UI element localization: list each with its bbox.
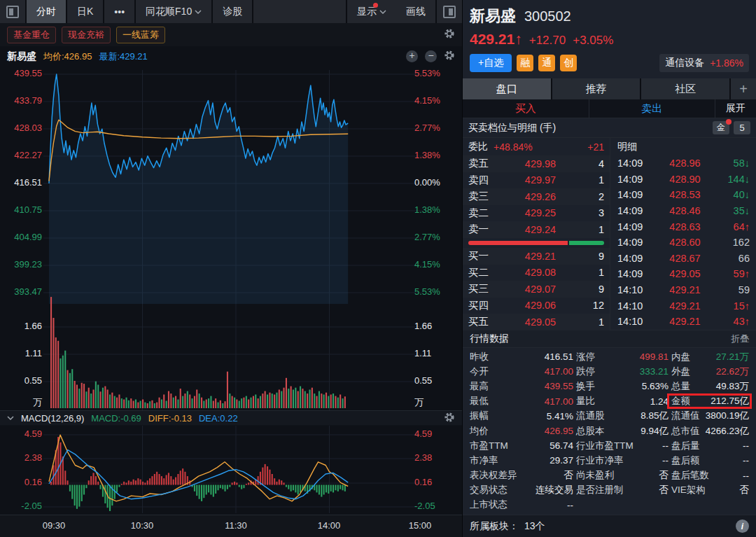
tick-time: 14:09 — [617, 205, 654, 216]
sector-chip[interactable]: 通信设备 +1.86% — [659, 54, 749, 72]
tick-price: 429.21 — [654, 300, 716, 312]
tick-volume: 64↑ — [716, 221, 750, 232]
quote-cell: 流通值3800.19亿 — [670, 410, 750, 422]
expand-button[interactable]: 展开 — [715, 99, 756, 118]
volume-axis-tick: 万 — [414, 396, 459, 409]
quote-cell: 最低417.00 — [468, 395, 575, 407]
volume-axis-tick: 1.66 — [0, 321, 42, 331]
order-book-row[interactable]: 卖四429.971 — [463, 172, 610, 189]
sell-tab[interactable]: 卖出 — [589, 99, 716, 118]
tab-2[interactable]: 社区 — [641, 78, 729, 99]
level-volume: 9 — [580, 284, 604, 295]
five-level-badge[interactable]: 5 — [734, 121, 750, 134]
order-book-row[interactable]: 买四429.0612 — [463, 298, 610, 314]
quote-row: 上市状态-- — [468, 498, 750, 512]
quote-label: 盘后额 — [671, 454, 700, 467]
quote-row: 最低417.00量比1.24金额212.75亿 — [468, 394, 750, 409]
tick-time: 14:09 — [617, 268, 654, 279]
tick-volume: 15↑ — [716, 300, 750, 312]
quote-value: -- — [743, 470, 749, 481]
quote-cell: 外盘22.62万 — [670, 365, 750, 378]
price-volume-macd-chart[interactable] — [0, 0, 462, 537]
quote-label: 市净率 — [470, 454, 498, 467]
stock-header: 新易盛 300502 429.21↑ +12.70 +3.05% +自选 融通创… — [463, 0, 756, 78]
quote-label: 总市值 — [671, 425, 700, 438]
quote-cell: 行业市净率-- — [575, 454, 670, 467]
stock-badge[interactable]: 通 — [538, 55, 555, 71]
dea-value: DEA:0.22 — [199, 413, 238, 424]
percent-axis-tick: 5.53% — [414, 286, 459, 297]
sell-levels: 卖五429.984卖四429.971卖三429.262卖二429.253卖一42… — [463, 155, 610, 238]
quote-cell: 最高439.55 — [468, 380, 575, 393]
tick-price: 428.67 — [654, 253, 716, 264]
order-book-row[interactable]: 买五429.051 — [463, 314, 610, 330]
level-volume: 1 — [580, 267, 604, 278]
quote-cell: 量比1.24 — [575, 395, 670, 407]
tick-time: 14:09 — [617, 174, 654, 185]
add-watchlist-button[interactable]: +自选 — [470, 54, 512, 72]
order-book-row[interactable]: 买三429.079 — [463, 281, 610, 298]
time-axis-tick: 10:30 — [131, 520, 154, 531]
quote-row: 振幅5.41%流通股8.85亿流通值3800.19亿 — [468, 409, 750, 424]
quote-row: 交易状态连续交易是否注册制否VIE架构否 — [468, 483, 750, 498]
tick-volume: 59↑ — [716, 268, 750, 279]
tab-0[interactable]: 盘口 — [463, 78, 551, 99]
tick-row: 14:09428.4635↓ — [610, 203, 756, 219]
level-volume: 1 — [580, 316, 604, 328]
macd-axis-tick: 0.16 — [0, 477, 42, 487]
price-axis-tick: 439.55 — [0, 68, 42, 78]
quote-value: 8.85亿 — [640, 410, 668, 422]
order-book-row[interactable]: 买一429.219 — [463, 248, 610, 265]
detail-header: 明细 — [610, 138, 756, 155]
quote-label: 内盘 — [671, 351, 690, 363]
order-book-row[interactable]: 卖五429.984 — [463, 155, 610, 172]
price-axis-tick: 433.79 — [0, 95, 42, 106]
collapse-button[interactable]: 折叠 — [731, 333, 749, 345]
order-book-row[interactable]: 卖二429.253 — [463, 205, 610, 222]
quote-row: 均价426.95总股本9.94亿总市值4266.23亿 — [468, 424, 750, 438]
quote-cell: 市净率29.37 — [468, 454, 575, 467]
level-price: 429.98 — [500, 158, 580, 169]
quote-label: 行业市净率 — [576, 454, 624, 467]
tick-detail-column: 明细 14:09428.9658↓14:09428.90144↓14:09428… — [610, 138, 756, 330]
buy-tab[interactable]: 买入 — [463, 99, 589, 118]
quote-cell: 流通股8.85亿 — [575, 410, 670, 422]
order-book-row[interactable]: 买二429.081 — [463, 265, 610, 281]
quote-cell: 市盈TTM56.74 — [468, 440, 575, 452]
order-book-row[interactable]: 卖三429.262 — [463, 188, 610, 205]
macd-axis-tick: 4.59 — [0, 428, 42, 439]
tick-volume: 43↑ — [716, 316, 750, 327]
info-icon[interactable]: i — [736, 519, 749, 533]
volume-axis-tick: 万 — [0, 396, 42, 409]
level2-gold-icon[interactable]: 金 — [713, 121, 729, 134]
quote-value: 否 — [564, 469, 574, 482]
macd-settings-gear-icon[interactable] — [444, 412, 455, 425]
price-axis-tick: 404.99 — [0, 232, 42, 242]
sector-membership-row[interactable]: 所属板块： 13个 i — [463, 515, 756, 537]
buy-ratio-segment — [468, 241, 568, 245]
add-tab-button[interactable]: + — [731, 78, 756, 99]
quote-value: 否 — [659, 484, 669, 496]
stock-badge[interactable]: 融 — [517, 55, 533, 71]
detail-rows: 14:09428.9658↓14:09428.90144↓14:09428.53… — [610, 155, 756, 330]
stock-code: 300502 — [524, 8, 571, 25]
quote-value: 3800.19亿 — [706, 410, 749, 422]
level-label: 卖二 — [468, 207, 500, 220]
tick-price: 428.90 — [654, 174, 716, 185]
quote-label: 尚未盈利 — [576, 469, 614, 482]
tick-price: 428.46 — [654, 205, 716, 216]
volume-axis-tick: 0.55 — [0, 375, 42, 386]
quote-cell: 涨停499.81 — [575, 351, 670, 363]
tick-price: 429.05 — [654, 268, 716, 279]
quote-label: 交易状态 — [470, 484, 507, 496]
percent-axis-tick: 5.53% — [414, 68, 459, 78]
quote-label: 最高 — [470, 380, 489, 393]
quote-value: -- — [567, 500, 573, 510]
stock-badge[interactable]: 创 — [560, 55, 577, 71]
tick-time: 14:09 — [617, 237, 654, 248]
order-book-row[interactable]: 卖一429.241 — [463, 221, 610, 238]
collapse-macd-chevron-icon[interactable] — [7, 416, 14, 420]
tick-volume: 35↓ — [716, 205, 750, 216]
tab-1[interactable]: 推荐 — [552, 78, 640, 99]
quote-cell: 振幅5.41% — [468, 410, 575, 422]
